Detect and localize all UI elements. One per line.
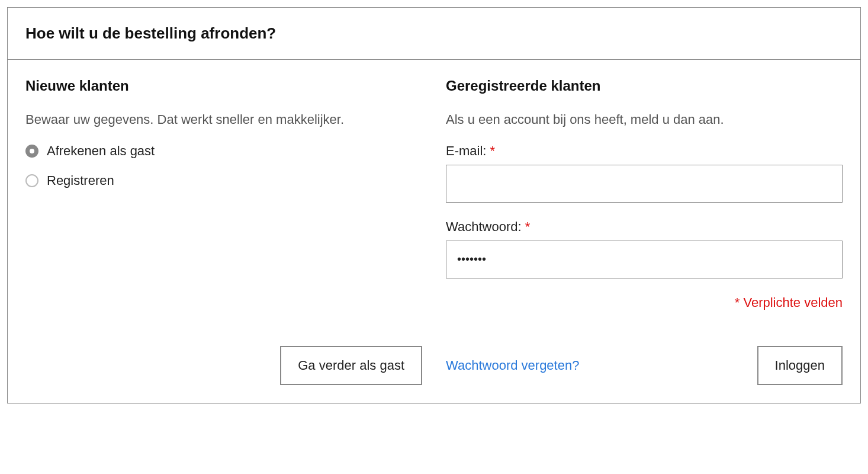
login-button[interactable]: Inloggen [757,346,843,385]
email-input[interactable] [446,165,843,203]
password-input[interactable] [446,241,843,278]
password-label: Wachtwoord: * [446,219,843,235]
registered-customers-heading: Geregistreerde klanten [446,78,843,94]
radio-register-label: Registreren [47,173,114,188]
registered-customers-actions: Wachtwoord vergeten? Inloggen [446,346,843,385]
panel-title: Hoe wilt u de bestelling afronden? [25,24,843,43]
panel-header: Hoe wilt u de bestelling afronden? [8,8,860,60]
checkout-method-panel: Hoe wilt u de bestelling afronden? Nieuw… [7,7,861,403]
radio-guest[interactable]: Afrekenen als gast [25,143,422,159]
radio-dot-icon [25,174,38,187]
new-customers-actions: Ga verder als gast [25,310,422,385]
email-label: E-mail: * [446,143,843,159]
checkout-method-radio-group: Afrekenen als gast Registreren [25,143,422,188]
new-customers-lead: Bewaar uw gegevens. Dat werkt sneller en… [25,111,422,129]
radio-dot-icon [25,145,38,158]
panel-body: Nieuwe klanten Bewaar uw gegevens. Dat w… [8,60,860,403]
registered-customers-column: Geregistreerde klanten Als u een account… [446,78,843,385]
password-label-text: Wachtwoord: [446,219,522,234]
required-fields-note: * Verplichte velden [446,295,843,310]
email-label-text: E-mail: [446,143,486,158]
email-form-field: E-mail: * [446,143,843,203]
continue-as-guest-button[interactable]: Ga verder als gast [280,346,422,385]
radio-register[interactable]: Registreren [25,173,422,188]
registered-customers-lead: Als u een account bij ons heeft, meld u … [446,111,843,129]
forgot-password-link[interactable]: Wachtwoord vergeten? [446,358,579,373]
password-form-field: Wachtwoord: * [446,219,843,278]
required-star-icon: * [525,219,531,234]
new-customers-heading: Nieuwe klanten [25,78,422,94]
new-customers-column: Nieuwe klanten Bewaar uw gegevens. Dat w… [25,78,422,385]
radio-guest-label: Afrekenen als gast [47,143,155,159]
required-star-icon: * [490,143,496,158]
